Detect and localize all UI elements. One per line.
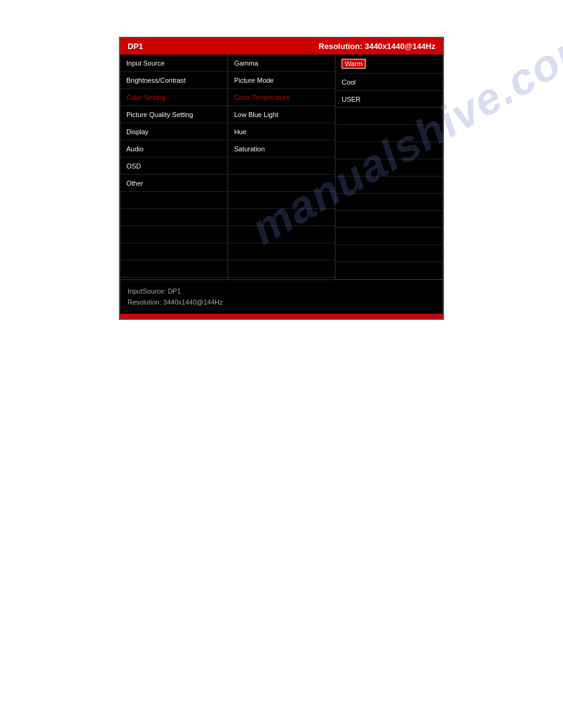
menu-item-label: Color Temperature <box>234 94 290 101</box>
list-item[interactable]: Cool <box>335 74 443 91</box>
osd-panel: DP1 Resolution: 3440x1440@144Hz Input So… <box>119 37 444 320</box>
list-item[interactable]: OSD <box>120 157 228 175</box>
list-item[interactable]: Other <box>120 175 228 192</box>
user-option[interactable]: USER <box>342 96 361 103</box>
menu-column-3: Warm Cool USER <box>335 55 443 279</box>
list-item[interactable]: Low Blue Light <box>228 106 335 123</box>
menu-column-1: Input Source Brightness/Contrast Color S… <box>120 55 228 279</box>
menu-item-label: Audio <box>126 145 144 153</box>
list-item <box>228 226 335 243</box>
list-item[interactable]: Color Setting <box>120 89 228 106</box>
list-item[interactable]: USER <box>335 91 443 108</box>
menu-item-label: Low Blue Light <box>234 111 278 118</box>
menu-item-label: Picture Mode <box>234 77 274 84</box>
list-item <box>228 192 335 209</box>
osd-red-bar <box>120 314 443 319</box>
cool-option[interactable]: Cool <box>342 78 356 86</box>
list-item[interactable]: Display <box>120 123 228 140</box>
list-item <box>228 157 335 175</box>
list-item <box>335 125 443 142</box>
list-item <box>335 194 443 211</box>
list-item <box>335 211 443 228</box>
header-resolution: Resolution: 3440x1440@144Hz <box>319 42 435 51</box>
list-item <box>335 142 443 159</box>
list-item <box>335 108 443 125</box>
list-item[interactable]: Audio <box>120 140 228 157</box>
list-item <box>120 226 228 243</box>
menu-item-label: Brightness/Contrast <box>126 77 186 84</box>
list-item[interactable]: Warm <box>335 55 443 74</box>
list-item <box>120 209 228 226</box>
list-item[interactable]: Picture Mode <box>228 72 335 89</box>
osd-body: Input Source Brightness/Contrast Color S… <box>120 55 443 279</box>
list-item <box>120 192 228 209</box>
list-item <box>120 260 228 278</box>
menu-item-label: Gamma <box>234 59 258 67</box>
list-item[interactable]: Input Source <box>120 55 228 72</box>
menu-item-label: Hue <box>234 128 247 135</box>
list-item <box>335 262 443 279</box>
list-item <box>228 175 335 192</box>
list-item <box>120 243 228 260</box>
menu-item-label: Color Setting <box>126 94 166 101</box>
menu-column-2: Gamma Picture Mode Color Temperature Low… <box>228 55 336 279</box>
menu-item-label: Display <box>126 128 148 135</box>
list-item[interactable]: Picture Quality Setting <box>120 106 228 123</box>
list-item <box>228 243 335 260</box>
menu-item-label: Saturation <box>234 145 265 153</box>
list-item[interactable]: Hue <box>228 123 335 140</box>
menu-item-label: Input Source <box>126 59 164 67</box>
footer-line1: InputSource: DP1 <box>128 286 435 297</box>
list-item <box>228 209 335 226</box>
footer-line2: Resolution: 3440x1440@144Hz <box>128 297 435 308</box>
list-item <box>335 176 443 194</box>
list-item <box>335 228 443 245</box>
header-title: DP1 <box>128 42 143 51</box>
list-item[interactable]: Gamma <box>228 55 335 72</box>
list-item[interactable]: Saturation <box>228 140 335 157</box>
list-item <box>228 260 335 278</box>
warm-option[interactable]: Warm <box>342 59 366 69</box>
menu-item-label: OSD <box>126 162 141 170</box>
list-item[interactable]: Color Temperature <box>228 89 335 106</box>
menu-item-label: Other <box>126 180 144 187</box>
osd-header: DP1 Resolution: 3440x1440@144Hz <box>120 38 443 55</box>
list-item <box>335 245 443 262</box>
list-item[interactable]: Brightness/Contrast <box>120 72 228 89</box>
osd-footer: InputSource: DP1 Resolution: 3440x1440@1… <box>120 279 443 314</box>
list-item <box>335 159 443 176</box>
menu-item-label: Picture Quality Setting <box>126 111 193 118</box>
